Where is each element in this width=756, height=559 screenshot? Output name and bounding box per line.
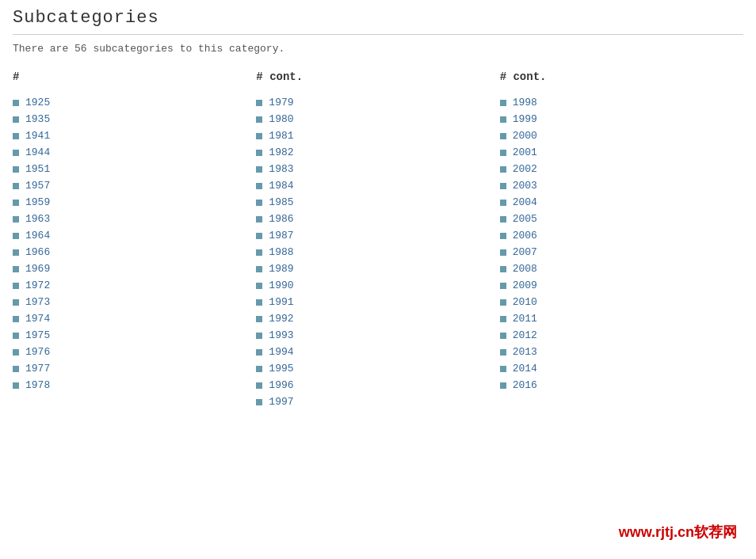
subcategory-link[interactable]: 1963 (25, 213, 50, 225)
subcategory-link[interactable]: 1993 (269, 329, 293, 341)
subcategory-link[interactable]: 1964 (25, 230, 50, 241)
subcategory-link[interactable]: 1984 (269, 180, 293, 192)
subcategory-link[interactable]: 2006 (513, 230, 537, 241)
subcategory-link[interactable]: 1998 (513, 97, 537, 108)
subcategory-link[interactable]: 1990 (269, 280, 293, 291)
list-item[interactable]: 1994 (256, 344, 491, 360)
subcategory-link[interactable]: 1985 (269, 196, 293, 208)
list-item[interactable]: 1987 (256, 227, 491, 244)
list-item[interactable]: 1966 (13, 244, 248, 260)
subcategory-link[interactable]: 1986 (269, 213, 293, 225)
list-item[interactable]: 2012 (500, 327, 735, 344)
subcategory-link[interactable]: 1976 (25, 346, 50, 358)
list-item[interactable]: 1989 (256, 260, 491, 277)
subcategory-link[interactable]: 2003 (513, 180, 537, 192)
list-item[interactable]: 1977 (13, 360, 248, 377)
subcategory-link[interactable]: 2002 (513, 163, 537, 175)
list-item[interactable]: 1941 (13, 127, 248, 144)
list-item[interactable]: 2011 (500, 310, 735, 327)
list-item[interactable]: 1925 (13, 94, 248, 111)
subcategory-link[interactable]: 2007 (513, 246, 537, 258)
list-item[interactable]: 1999 (500, 111, 735, 127)
subcategory-link[interactable]: 1995 (269, 363, 293, 375)
subcategory-link[interactable]: 1981 (269, 130, 293, 142)
subcategory-link[interactable]: 1951 (25, 163, 50, 175)
subcategory-link[interactable]: 1982 (269, 146, 293, 158)
subcategory-link[interactable]: 1987 (269, 230, 293, 241)
list-item[interactable]: 1991 (256, 294, 491, 310)
subcategory-link[interactable]: 2005 (513, 213, 537, 225)
list-item[interactable]: 2006 (500, 227, 735, 244)
subcategory-link[interactable]: 1974 (25, 313, 50, 325)
subcategory-link[interactable]: 1994 (269, 346, 293, 358)
list-item[interactable]: 1980 (256, 111, 491, 127)
list-item[interactable]: 2016 (500, 377, 735, 394)
subcategory-link[interactable]: 2008 (513, 263, 537, 275)
subcategory-link[interactable]: 1980 (269, 113, 293, 125)
subcategory-link[interactable]: 1977 (25, 363, 50, 375)
subcategory-link[interactable]: 1996 (269, 379, 293, 391)
subcategory-link[interactable]: 1935 (25, 113, 50, 125)
list-item[interactable]: 1978 (13, 377, 248, 394)
subcategory-link[interactable]: 2000 (513, 130, 537, 142)
subcategory-link[interactable]: 2009 (513, 280, 537, 291)
subcategory-link[interactable]: 1975 (25, 329, 50, 341)
list-item[interactable]: 1944 (13, 144, 248, 161)
subcategory-link[interactable]: 1978 (25, 379, 50, 391)
list-item[interactable]: 2000 (500, 127, 735, 144)
subcategory-link[interactable]: 2012 (513, 329, 537, 341)
list-item[interactable]: 2005 (500, 211, 735, 227)
subcategory-link[interactable]: 1999 (513, 113, 537, 125)
subcategory-link[interactable]: 1979 (269, 97, 293, 108)
list-item[interactable]: 1992 (256, 310, 491, 327)
list-item[interactable]: 2013 (500, 344, 735, 360)
subcategory-link[interactable]: 2001 (513, 146, 537, 158)
list-item[interactable]: 1951 (13, 161, 248, 177)
list-item[interactable]: 1993 (256, 327, 491, 344)
list-item[interactable]: 1976 (13, 344, 248, 360)
subcategory-link[interactable]: 1991 (269, 296, 293, 308)
subcategory-link[interactable]: 1941 (25, 130, 50, 142)
subcategory-link[interactable]: 1925 (25, 97, 50, 108)
subcategory-link[interactable]: 1959 (25, 196, 50, 208)
subcategory-link[interactable]: 1972 (25, 280, 50, 291)
list-item[interactable]: 1983 (256, 161, 491, 177)
list-item[interactable]: 1990 (256, 277, 491, 294)
subcategory-link[interactable]: 2011 (513, 313, 537, 325)
list-item[interactable]: 1972 (13, 277, 248, 294)
subcategory-link[interactable]: 1944 (25, 146, 50, 158)
list-item[interactable]: 1988 (256, 244, 491, 260)
subcategory-link[interactable]: 1992 (269, 313, 293, 325)
list-item[interactable]: 1935 (13, 111, 248, 127)
list-item[interactable]: 1997 (256, 394, 491, 410)
subcategory-link[interactable]: 2004 (513, 196, 537, 208)
list-item[interactable]: 1998 (500, 94, 735, 111)
list-item[interactable]: 2014 (500, 360, 735, 377)
list-item[interactable]: 2004 (500, 194, 735, 211)
subcategory-link[interactable]: 1983 (269, 163, 293, 175)
list-item[interactable]: 1964 (13, 227, 248, 244)
subcategory-link[interactable]: 2016 (513, 379, 537, 391)
list-item[interactable]: 1995 (256, 360, 491, 377)
list-item[interactable]: 2002 (500, 161, 735, 177)
list-item[interactable]: 2001 (500, 144, 735, 161)
list-item[interactable]: 1979 (256, 94, 491, 111)
subcategory-link[interactable]: 1957 (25, 180, 50, 192)
list-item[interactable]: 1982 (256, 144, 491, 161)
list-item[interactable]: 1984 (256, 177, 491, 194)
list-item[interactable]: 2009 (500, 277, 735, 294)
subcategory-link[interactable]: 1988 (269, 246, 293, 258)
list-item[interactable]: 1969 (13, 260, 248, 277)
list-item[interactable]: 1959 (13, 194, 248, 211)
list-item[interactable]: 2008 (500, 260, 735, 277)
list-item[interactable]: 1996 (256, 377, 491, 394)
list-item[interactable]: 2010 (500, 294, 735, 310)
list-item[interactable]: 1985 (256, 194, 491, 211)
subcategory-link[interactable]: 2014 (513, 363, 537, 375)
list-item[interactable]: 1963 (13, 211, 248, 227)
list-item[interactable]: 1974 (13, 310, 248, 327)
list-item[interactable]: 2003 (500, 177, 735, 194)
subcategory-link[interactable]: 1989 (269, 263, 293, 275)
subcategory-link[interactable]: 2010 (513, 296, 537, 308)
subcategory-link[interactable]: 1997 (269, 396, 293, 408)
